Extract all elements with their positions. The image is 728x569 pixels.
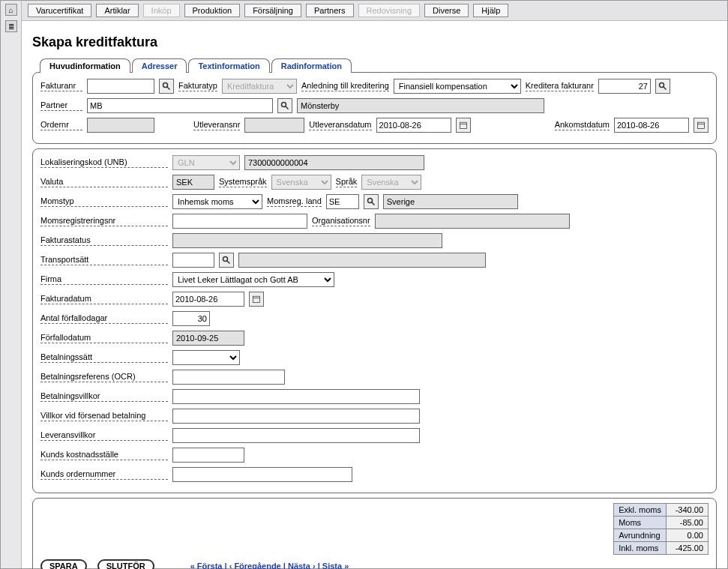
transportsatt-code-input[interactable] [172,253,214,268]
utleveransnr-display [244,118,304,133]
menu-bar: Varucertifikat Artiklar Inköp Produktion… [22,1,727,21]
partner-code-input[interactable] [87,98,273,113]
fakturastatus-display [172,233,442,248]
svg-rect-8 [698,122,705,128]
home-icon[interactable]: ⌂ [5,4,17,16]
menu-hjalp[interactable]: Hjälp [473,4,508,17]
menu-partners[interactable]: Partners [306,4,354,17]
save-button[interactable]: SPARA [40,559,87,569]
nav-next[interactable]: Nästa › [288,562,316,569]
svg-point-2 [659,83,664,88]
fakturadatum-calendar-icon[interactable] [249,292,264,307]
tab-textinformation[interactable]: Textinformation [188,58,269,73]
nav-links: « Första | ‹ Föregående | Nästa › | Sist… [190,562,349,569]
avr-value: 0.00 [667,529,709,542]
ankomstdatum-input[interactable] [614,118,689,133]
momsregnr-input[interactable] [172,214,307,229]
kreditera-search-icon[interactable] [655,79,670,94]
menu-forsaljning[interactable]: Försäljning [244,4,301,17]
inkl-value: -425.00 [667,542,709,555]
fakturadatum-label: Fakturadatum [40,294,168,304]
sprak-select: Svenska [361,175,421,190]
menu-diverse[interactable]: Diverse [424,4,469,17]
forfallodatum-display: 2010-09-25 [172,331,244,346]
leveransvillkor-label: Leveransvillkor [40,430,168,441]
tab-huvudinformation[interactable]: Huvudinformation [40,58,130,73]
nav-first[interactable]: « Första [190,562,223,569]
header-panel: Fakturanr Fakturatyp Kreditfaktura Anled… [32,72,717,144]
main-area: Varucertifikat Artiklar Inköp Produktion… [22,1,727,568]
forfallodatum-label: Förfallodatum [40,333,168,343]
kostnadsstalle-label: Kunds kostnadsställe [40,450,168,460]
app-window: ⌂ ≣ Varucertifikat Artiklar Inköp Produk… [0,0,728,569]
ocr-label: Betalningsreferens (OCR) [40,372,168,382]
svg-rect-14 [253,296,260,302]
kundorder-input[interactable] [172,467,352,482]
fakturatyp-select: Kreditfaktura [222,79,297,94]
left-rail: ⌂ ≣ [1,1,22,568]
nav-prev[interactable]: ‹ Föregående [229,562,281,569]
fakturanr-search-icon[interactable] [159,79,174,94]
details-panel: Lokaliseringskod (UNB) GLN 7300000000004… [32,148,717,493]
partner-label: Partner [40,100,82,111]
kreditera-input[interactable] [598,79,651,94]
lokkod-value-display: 7300000000004 [244,155,424,170]
antal-forfallodagar-label: Antal förfallodagar [40,313,168,324]
momsreg-land-input[interactable] [326,194,359,209]
svg-point-0 [163,83,168,88]
anledning-select[interactable]: Finansiell kompensation [394,79,521,94]
bottom-panel: Exkl. moms-340.00 Moms-85.00 Avrundning0… [32,498,717,569]
utleveransdatum-label: Utleveransdatum [309,120,371,130]
finish-button[interactable]: SLUTFÖR [97,559,154,569]
tab-adresser[interactable]: Adresser [132,58,187,73]
tab-radinformation[interactable]: Radinformation [271,58,352,73]
leveransvillkor-input[interactable] [172,428,420,443]
forsenad-input[interactable] [172,409,420,424]
valuta-display: SEK [172,175,214,190]
utleveransdatum-calendar-icon[interactable] [456,118,471,133]
utleveransdatum-input[interactable] [376,118,451,133]
lokkod-label: Lokaliseringskod (UNB) [40,157,168,168]
systemsprak-select: Svenska [271,175,331,190]
betalningssatt-label: Betalningssätt [40,352,168,363]
moms-label: Moms [614,517,667,529]
kundorder-label: Kunds ordernummer [40,469,168,480]
inkl-label: Inkl. moms [614,542,667,555]
antal-forfallodagar-input[interactable] [172,311,210,326]
ankomstdatum-label: Ankomstdatum [555,120,610,130]
momsreg-land-label: Momsreg. land [267,196,322,207]
lokkod-type-select: GLN [172,155,240,170]
svg-point-12 [223,257,228,262]
svg-line-11 [372,202,375,205]
svg-point-10 [367,199,372,203]
menu-varucertifikat[interactable]: Varucertifikat [28,4,91,17]
ankomstdatum-calendar-icon[interactable] [694,118,709,133]
orgnr-display [375,214,570,229]
firma-select[interactable]: Livet Leker Lättlagat och Gott AB [172,272,334,287]
svg-line-3 [664,87,667,90]
partner-search-icon[interactable] [277,98,292,113]
nav-last[interactable]: Sista » [322,562,349,569]
menu-produktion[interactable]: Produktion [184,4,241,17]
betalningssatt-select[interactable] [172,350,240,365]
fakturatyp-label: Fakturatyp [178,81,217,91]
moms-value: -85.00 [667,517,709,529]
momstyp-label: Momstyp [40,196,168,207]
momstyp-select[interactable]: Inhemsk moms [172,194,262,209]
list-icon[interactable]: ≣ [5,20,17,32]
kostnadsstalle-input[interactable] [172,448,244,463]
fakturanr-input[interactable] [87,79,154,94]
fakturadatum-input[interactable] [172,292,244,307]
exkl-label: Exkl. moms [614,504,667,517]
momsreg-land-search-icon[interactable] [364,194,379,209]
utleveransnr-label: Utleveransnr [193,120,240,130]
betalningsvillkor-input[interactable] [172,389,420,404]
menu-artiklar[interactable]: Artiklar [96,4,138,17]
transportsatt-name-display [238,253,486,268]
ocr-input[interactable] [172,370,285,385]
avr-label: Avrundning [614,529,667,542]
menu-redovisning: Redovisning [358,4,421,17]
page-title: Skapa kreditfaktura [32,34,717,50]
transportsatt-search-icon[interactable] [219,253,234,268]
orgnr-label: Organisationsnr [312,216,370,226]
